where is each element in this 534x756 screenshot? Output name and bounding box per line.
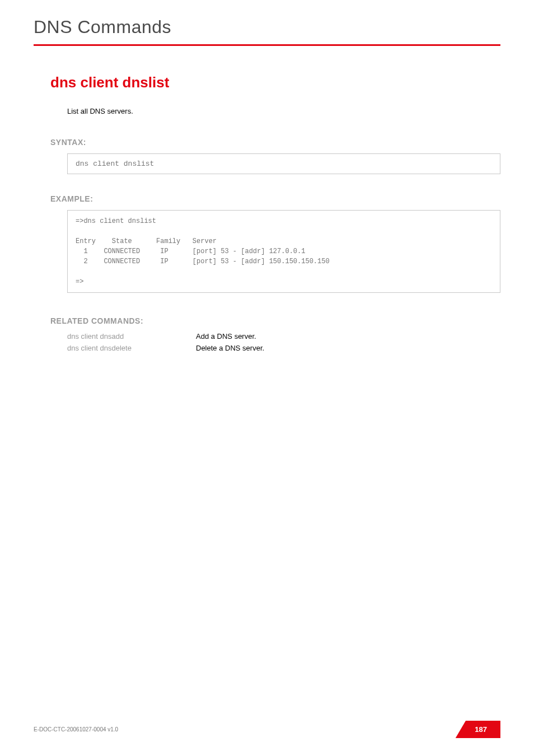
syntax-heading: SYNTAX: bbox=[50, 138, 500, 147]
related-command-name: dns client dnsdelete bbox=[67, 344, 196, 352]
example-heading: EXAMPLE: bbox=[50, 194, 500, 203]
syntax-box: dns client dnslist bbox=[67, 153, 500, 174]
related-row: dns client dnsadd Add a DNS server. bbox=[67, 332, 500, 340]
related-row: dns client dnsdelete Delete a DNS server… bbox=[67, 344, 500, 352]
related-commands-table: dns client dnsadd Add a DNS server. dns … bbox=[67, 332, 500, 352]
document-id: E-DOC-CTC-20061027-0004 v1.0 bbox=[34, 726, 118, 732]
command-description: List all DNS servers. bbox=[67, 107, 500, 115]
content-area: dns client dnslist List all DNS servers.… bbox=[0, 46, 534, 352]
example-box: =>dns client dnslist Entry State Family … bbox=[67, 210, 500, 293]
related-command-desc: Add a DNS server. bbox=[196, 332, 256, 340]
related-heading: RELATED COMMANDS: bbox=[50, 316, 500, 325]
page-number-badge: 187 bbox=[455, 721, 500, 738]
chapter-title: DNS Commands bbox=[0, 0, 534, 44]
command-title: dns client dnslist bbox=[50, 74, 500, 91]
page-footer: E-DOC-CTC-20061027-0004 v1.0 187 bbox=[34, 721, 500, 738]
related-command-name: dns client dnsadd bbox=[67, 332, 196, 340]
related-command-desc: Delete a DNS server. bbox=[196, 344, 264, 352]
